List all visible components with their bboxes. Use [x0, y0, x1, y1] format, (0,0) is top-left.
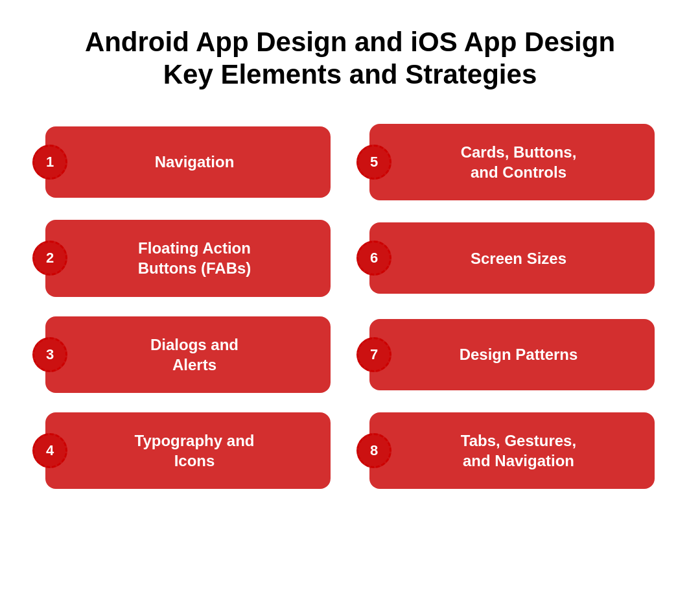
item-wrapper-3: 3Dialogs andAlerts — [45, 316, 331, 393]
item-label-2: Floating ActionButtons (FABs) — [138, 238, 251, 278]
item-wrapper-2: 2Floating ActionButtons (FABs) — [45, 220, 331, 296]
page-title: Android App Design and iOS App Design Ke… — [85, 26, 615, 91]
item-number-8: 8 — [356, 433, 391, 468]
item-number-1: 1 — [32, 145, 67, 180]
item-card-5[interactable]: Cards, Buttons,and Controls — [369, 124, 655, 200]
item-label-1: Navigation — [155, 152, 235, 172]
item-wrapper-5: 5Cards, Buttons,and Controls — [369, 124, 655, 200]
item-label-5: Cards, Buttons,and Controls — [461, 142, 577, 182]
item-wrapper-1: 1Navigation — [45, 124, 331, 200]
item-label-8: Tabs, Gestures,and Navigation — [461, 431, 576, 471]
item-wrapper-6: 6Screen Sizes — [369, 220, 655, 296]
item-label-4: Typography andIcons — [135, 431, 255, 471]
item-label-6: Screen Sizes — [471, 248, 566, 268]
item-number-4: 4 — [32, 433, 67, 468]
item-number-6: 6 — [356, 241, 391, 276]
item-number-5: 5 — [356, 145, 391, 180]
item-wrapper-8: 8Tabs, Gestures,and Navigation — [369, 412, 655, 489]
item-card-4[interactable]: Typography andIcons — [45, 412, 331, 489]
items-grid: 1Navigation5Cards, Buttons,and Controls2… — [45, 124, 655, 490]
item-label-7: Design Patterns — [460, 344, 578, 364]
item-card-1[interactable]: Navigation — [45, 126, 331, 198]
item-card-2[interactable]: Floating ActionButtons (FABs) — [45, 220, 331, 296]
item-wrapper-7: 7Design Patterns — [369, 316, 655, 393]
item-card-7[interactable]: Design Patterns — [369, 319, 655, 390]
item-number-7: 7 — [356, 337, 391, 372]
item-label-3: Dialogs andAlerts — [150, 335, 239, 375]
item-number-2: 2 — [32, 241, 67, 276]
item-card-3[interactable]: Dialogs andAlerts — [45, 316, 331, 393]
item-card-8[interactable]: Tabs, Gestures,and Navigation — [369, 412, 655, 489]
item-wrapper-4: 4Typography andIcons — [45, 412, 331, 489]
item-card-6[interactable]: Screen Sizes — [369, 222, 655, 294]
item-number-3: 3 — [32, 337, 67, 372]
